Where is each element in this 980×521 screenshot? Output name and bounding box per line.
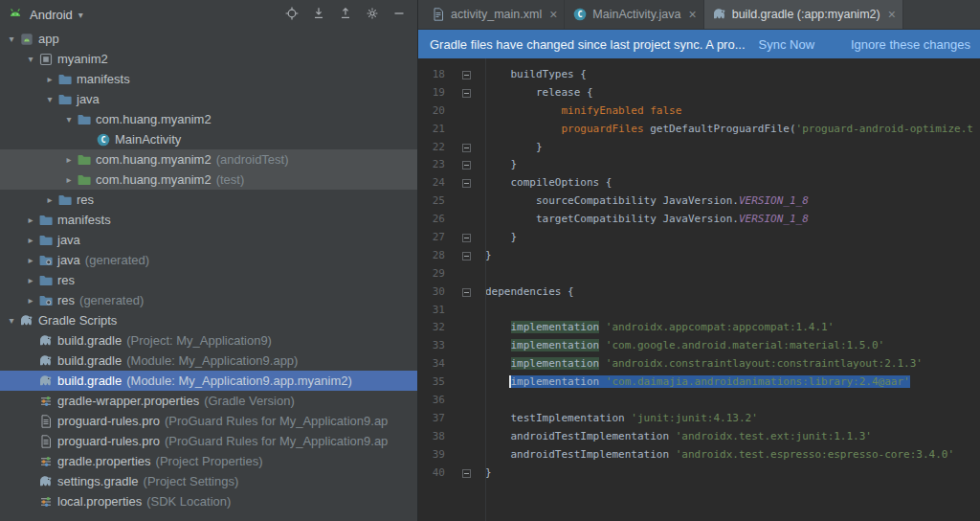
gear-icon [365,6,380,24]
editor-pane: activity_main.xml×CMainActivity.java×bui… [418,0,980,521]
code-token: false [650,104,681,117]
tree-row[interactable]: ▾myanim2 [0,49,417,69]
code-line[interactable]: 29 [418,265,980,283]
tree-item-label: manifests [57,213,111,227]
locate-file-button[interactable] [281,4,302,25]
tree-row[interactable]: ▸java(generated) [0,250,417,270]
tree-item-label: res [57,273,75,287]
code-line[interactable]: 25 sourceCompatibility JavaVersion.VERSI… [418,193,980,211]
code-line[interactable]: 23 } [418,156,980,174]
code-line[interactable]: 18 buildTypes { [418,66,980,84]
code-line[interactable]: 24 compileOptions { [418,174,980,193]
tree-row[interactable]: ▸com.huang.myanim2(test) [0,170,417,190]
tree-row[interactable]: ▸manifests [0,69,417,89]
code-token: sourceCompatibility JavaVersion. [485,194,739,207]
code-token: VERSION_1_8 [739,194,809,207]
tree-row[interactable]: build.gradle(Project: My_Application9) [0,330,417,351]
code-line[interactable]: 38 androidTestImplementation 'androidx.t… [418,428,980,446]
code-line[interactable]: 19 release { [418,84,980,102]
fold-marker-icon[interactable] [462,161,471,170]
tree-row[interactable]: local.properties(SDK Location) [0,491,417,511]
tab-close-icon[interactable]: × [549,8,557,21]
fold-marker-icon[interactable] [462,252,471,260]
tree-row[interactable]: proguard-rules.pro(ProGuard Rules for My… [0,431,417,451]
chevron-right-icon[interactable]: ▸ [23,295,38,306]
chevron-right-icon[interactable]: ▸ [23,255,38,265]
code-line[interactable]: 31 [418,302,980,320]
sync-now-link[interactable]: Sync Now [759,37,815,52]
tree-row[interactable]: ▸java [0,230,417,250]
editor-tab[interactable]: build.gradle (:app:myanim2)× [704,0,903,29]
code-line[interactable]: 32 implementation 'androidx.appcompat:ap… [418,319,980,337]
tree-row[interactable]: proguard-rules.pro(ProGuard Rules for My… [0,411,417,431]
tree-row[interactable]: build.gradle(Module: My_Application9.app… [0,371,417,391]
chevron-down-icon[interactable]: ▾ [4,315,19,326]
android-logo-icon [8,6,23,24]
chevron-right-icon[interactable]: ▸ [23,215,38,225]
fold-marker-icon[interactable] [462,179,471,188]
code-line[interactable]: 39 androidTestImplementation 'androidx.t… [418,446,980,464]
chevron-right-icon[interactable]: ▸ [23,235,38,245]
fold-marker-icon[interactable] [462,288,471,297]
chevron-down-icon[interactable]: ▾ [78,10,83,20]
tree-row[interactable]: gradle.properties(Project Properties) [0,451,417,471]
tree-row[interactable]: ▸manifests [0,210,417,230]
fold-marker-icon[interactable] [462,234,471,242]
fold-gutter [445,464,485,483]
tab-close-icon[interactable]: × [888,8,896,21]
fold-marker-icon[interactable] [462,144,471,152]
tree-row[interactable]: CMainActivity [0,129,417,149]
code-line[interactable]: 26 targetCompatibility JavaVersion.VERSI… [418,211,980,229]
chevron-right-icon[interactable]: ▸ [23,275,38,285]
expand-all-button[interactable] [308,4,329,25]
code-line[interactable]: 20 minifyEnabled false [418,102,980,121]
code-line[interactable]: 28} [418,247,980,265]
chevron-down-icon[interactable]: ▾ [61,114,77,125]
code-line[interactable]: 37 testImplementation 'junit:junit:4.13.… [418,410,980,428]
code-line[interactable]: 21 proguardFiles getDefaultProguardFile(… [418,121,980,139]
fold-marker-icon[interactable] [462,71,471,79]
tree-item-label: local.properties [57,494,142,509]
tree-row[interactable]: build.gradle(Module: My_Application9.app… [0,351,417,371]
tree-row[interactable]: ▾app [0,29,417,49]
chevron-down-icon[interactable]: ▾ [23,54,38,64]
code-line[interactable]: 30dependencies { [418,283,980,302]
chevron-right-icon[interactable]: ▸ [61,174,77,185]
chevron-down-icon[interactable]: ▾ [42,94,57,104]
code-line[interactable]: 33 implementation 'com.google.android.ma… [418,337,980,355]
tree-row[interactable]: gradle-wrapper.properties(Gradle Version… [0,391,417,411]
editor-tab[interactable]: activity_main.xml× [423,0,565,29]
tree-item-suffix: (ProGuard Rules for My_Application9.ap [165,434,388,448]
tree-row[interactable]: ▸res(generated) [0,290,417,310]
settings-button[interactable] [362,4,383,25]
collapse-all-button[interactable] [335,4,356,25]
code-text: androidTestImplementation 'androidx.test… [485,446,954,464]
code-line[interactable]: 22 } [418,139,980,157]
code-text: targetCompatibility JavaVersion.VERSION_… [485,211,809,229]
code-editor[interactable]: 18 buildTypes {19 release {20 minifyEnab… [418,58,980,521]
chevron-down-icon[interactable]: ▾ [4,34,19,44]
code-line[interactable]: 40} [418,464,980,483]
chevron-right-icon[interactable]: ▸ [61,154,77,165]
tree-row[interactable]: settings.gradle(Project Settings) [0,471,417,491]
tree-row[interactable]: ▸res [0,190,417,210]
code-text: sourceCompatibility JavaVersion.VERSION_… [485,193,809,211]
tree-row[interactable]: ▸res [0,270,417,290]
editor-tab[interactable]: CMainActivity.java× [565,0,703,29]
tree-row[interactable]: ▾Gradle Scripts [0,310,417,330]
code-line[interactable]: 34 implementation 'androidx.constraintla… [418,355,980,374]
tree-row[interactable]: ▾com.huang.myanim2 [0,109,417,129]
tree-row[interactable]: ▾java [0,89,417,109]
tab-close-icon[interactable]: × [689,8,697,21]
code-line[interactable]: 35 implementation 'com.daimajia.androida… [418,374,980,392]
code-line[interactable]: 27 } [418,229,980,247]
chevron-right-icon[interactable]: ▸ [42,194,57,205]
code-line[interactable]: 36 [418,392,980,410]
tree-row[interactable]: ▸com.huang.myanim2(androidTest) [0,149,417,170]
fold-marker-icon[interactable] [462,469,471,478]
ignore-changes-link[interactable]: Ignore these changes [851,37,970,52]
project-view-selector[interactable]: Android [30,8,73,22]
chevron-right-icon[interactable]: ▸ [42,74,57,84]
fold-marker-icon[interactable] [462,89,471,98]
hide-panel-button[interactable] [389,4,410,25]
